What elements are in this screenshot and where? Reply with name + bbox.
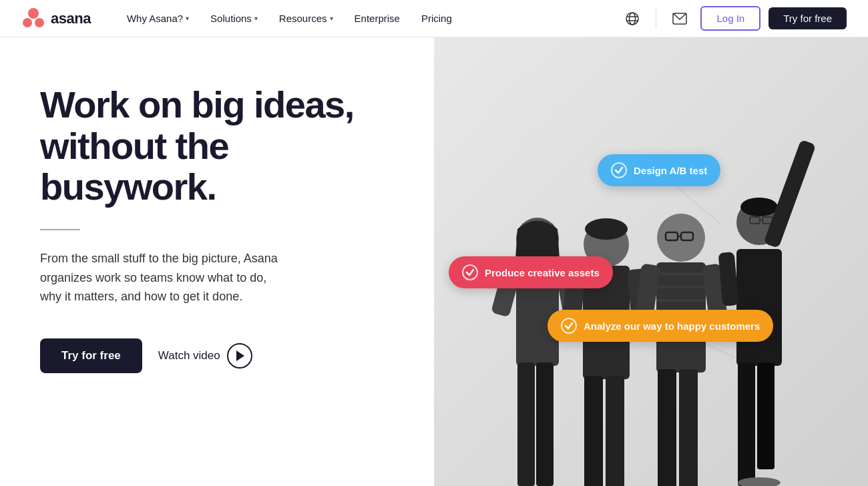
photo-area: Design A/B test Produce creative assets — [434, 37, 868, 486]
mail-icon — [672, 13, 687, 25]
hero-headline: Work on big ideas, without the busywork. — [40, 84, 394, 208]
nav-divider — [656, 9, 656, 28]
hero-left: Work on big ideas, without the busywork.… — [0, 37, 434, 486]
svg-point-3 — [626, 13, 638, 25]
svg-rect-44 — [738, 362, 755, 486]
navbar: asana Why Asana? ▾ Solutions ▾ Resources… — [0, 0, 868, 37]
svg-rect-46 — [763, 140, 816, 248]
language-button[interactable] — [620, 6, 645, 31]
svg-point-21 — [585, 218, 628, 240]
nav-solutions[interactable]: Solutions ▾ — [201, 7, 267, 29]
hero-divider — [40, 229, 80, 230]
svg-rect-28 — [656, 286, 706, 288]
check-icon — [462, 264, 478, 280]
svg-rect-29 — [656, 299, 706, 302]
nav-enterprise[interactable]: Enterprise — [345, 7, 409, 29]
svg-point-2 — [35, 18, 44, 27]
hero-right: Design A/B test Produce creative assets — [434, 37, 868, 486]
try-for-free-hero-button[interactable]: Try for free — [40, 338, 142, 373]
play-icon — [227, 343, 252, 369]
login-button[interactable]: Log In — [700, 6, 761, 31]
watch-video-button[interactable]: Watch video — [158, 343, 252, 369]
logo-text: asana — [51, 10, 91, 27]
chevron-down-icon: ▾ — [186, 15, 189, 22]
chevron-down-icon: ▾ — [330, 15, 333, 22]
hero-actions: Try for free Watch video — [40, 338, 394, 373]
nav-why-asana[interactable]: Why Asana? ▾ — [118, 7, 198, 29]
check-icon — [561, 318, 577, 334]
svg-point-40 — [740, 198, 778, 216]
badge-analyze-happy-customers: Analyze our way to happy customers — [548, 310, 773, 342]
badge-design-ab-test: Design A/B test — [598, 154, 720, 186]
svg-point-1 — [23, 18, 32, 27]
try-for-free-nav-button[interactable]: Try for free — [769, 7, 847, 29]
globe-icon — [625, 11, 640, 26]
nav-pricing[interactable]: Pricing — [412, 7, 461, 29]
svg-rect-15 — [517, 362, 535, 486]
svg-rect-23 — [606, 376, 624, 486]
logo[interactable]: asana — [21, 7, 91, 31]
nav-links: Why Asana? ▾ Solutions ▾ Resources ▾ Ent… — [118, 7, 620, 29]
nav-resources[interactable]: Resources ▾ — [270, 7, 343, 29]
badge-produce-creative-assets: Produce creative assets — [449, 256, 613, 288]
svg-rect-34 — [658, 369, 676, 486]
svg-rect-16 — [536, 362, 554, 486]
hero-section: Work on big ideas, without the busywork.… — [0, 37, 868, 486]
svg-rect-38 — [736, 249, 782, 366]
svg-rect-45 — [757, 362, 775, 469]
chevron-down-icon: ▾ — [254, 15, 258, 22]
mail-button[interactable] — [667, 6, 692, 31]
svg-point-4 — [630, 13, 636, 25]
svg-rect-27 — [656, 272, 706, 275]
check-icon — [611, 162, 627, 178]
svg-point-0 — [28, 8, 39, 19]
svg-rect-35 — [679, 369, 698, 486]
logo-icon — [21, 7, 45, 31]
nav-right: Log In Try for free — [620, 6, 847, 31]
hero-subtext: From the small stuff to the big picture,… — [40, 249, 280, 306]
svg-rect-22 — [584, 376, 603, 486]
